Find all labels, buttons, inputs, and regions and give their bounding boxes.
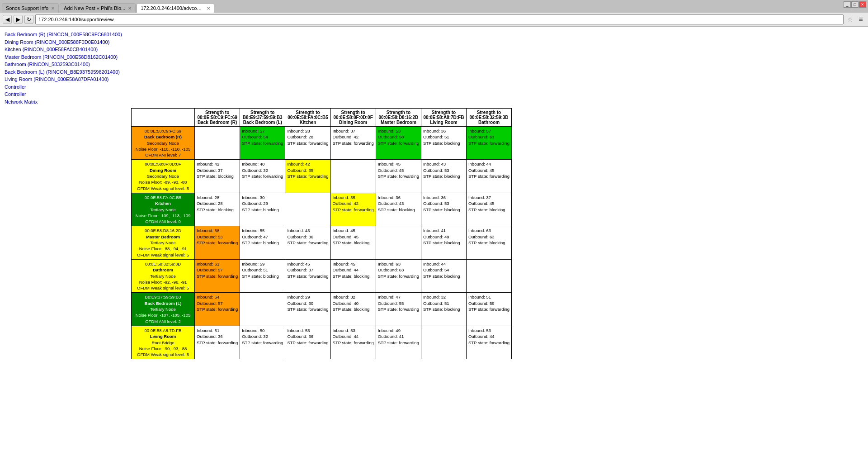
matrix-cell: Inbound: 45Outbound: 45STP state: forwar… xyxy=(376,160,421,193)
tab-close-icon[interactable]: ✕ xyxy=(128,6,132,11)
table-row: 00:0E:58:D8:16:2DMaster BedroomTertiary … xyxy=(132,226,512,259)
matrix-cell: Inbound: 45Outbound: 44STP state: blocki… xyxy=(330,259,376,292)
tab-label: Sonos Support Info xyxy=(6,5,48,11)
matrix-table: Strength to00:0E:58:C9:FC:69Back Bedroom… xyxy=(131,108,512,359)
matrix-cell: Inbound: 59Outbound: 51STP state: blocki… xyxy=(240,259,285,292)
nav-link-controller-1[interactable]: Controller xyxy=(5,83,863,91)
tab-support[interactable]: 172.20.0.246:1400/advconi... ✕ xyxy=(137,3,214,13)
matrix-cell: Inbound: 51Outbound: 59STP state: forwar… xyxy=(466,293,511,326)
nav-link-master-bedroom[interactable]: Master Bedroom (RINCON_000E58D8162C01400… xyxy=(5,53,863,61)
table-row: B8:E9:37:59:59:B3Back Bedroom (L)Tertiar… xyxy=(132,293,512,326)
matrix-cell: Inbound: 42Outbound: 37STP state: blocki… xyxy=(195,160,240,193)
nav-link-network-matrix[interactable]: Network Matrix xyxy=(5,98,863,106)
matrix-cell: Inbound: 36Outbound: 53STP state: blocki… xyxy=(421,193,466,226)
matrix-cell: Inbound: 61Outbound: 57STP state: forwar… xyxy=(195,259,240,292)
matrix-cell: Inbound: 43Outbound: 53STP state: blocki… xyxy=(421,160,466,193)
reload-button[interactable]: ↻ xyxy=(24,15,33,24)
row-header: 00:0E:58:A8:7D:FBLiving RoomRoot BridgeN… xyxy=(132,326,195,359)
matrix-cell: Inbound: 43Outbound: 36STP state: forwar… xyxy=(285,226,330,259)
row-header: 00:0E:58:D8:16:2DMaster BedroomTertiary … xyxy=(132,226,195,259)
row-header: B8:E9:37:59:59:B3Back Bedroom (L)Tertiar… xyxy=(132,293,195,326)
matrix-cell xyxy=(466,259,511,292)
matrix-cell: Inbound: 37Outbound: 45STP state: blocki… xyxy=(466,193,511,226)
tab-label: 172.20.0.246:1400/advconi... xyxy=(141,5,204,11)
nav-link-bathroom[interactable]: Bathroom (RINCON_5832593C01400) xyxy=(5,61,863,68)
bookmark-icon[interactable]: ☆ xyxy=(845,15,854,24)
col-header: Strength to00:0E:58:32:59:3DBathroom xyxy=(466,109,511,127)
matrix-cell: Inbound: 50Outbound: 32STP state: forwar… xyxy=(240,326,285,359)
matrix-cell: Inbound: 42Outbound: 35STP state: forwar… xyxy=(285,160,330,193)
tab-close-icon[interactable]: ✕ xyxy=(51,6,55,11)
nav-link-kitchen[interactable]: Kitchen (RINCON_000E58FA0CB401400) xyxy=(5,46,863,53)
row-header: 00:0E:58:32:59:3DBathroomTertiary NodeNo… xyxy=(132,259,195,292)
matrix-cell: Inbound: 58Outbound: 53STP state: forwar… xyxy=(195,226,240,259)
matrix-cell xyxy=(330,160,376,193)
col-header: Strength toB8:E9:37:59:59:B3Back Bedroom… xyxy=(240,109,285,127)
network-matrix: Strength to00:0E:58:C9:FC:69Back Bedroom… xyxy=(5,108,863,359)
row-header: 00:0E:58:8F:0D:0FDining RoomSecondary No… xyxy=(132,160,195,193)
matrix-cell: Inbound: 32Outbound: 40STP state: blocki… xyxy=(330,293,376,326)
matrix-cell: Inbound: 28Outbound: 28STP state: blocki… xyxy=(195,193,240,226)
nav-link-back-bedroom-l[interactable]: Back Bedroom (L) (RINCON_B8E937595982014… xyxy=(5,68,863,76)
matrix-cell: Inbound: 51Outbound: 36STP state: forwar… xyxy=(195,326,240,359)
matrix-cell xyxy=(195,127,240,160)
col-header: Strength to00:0E:58:C9:FC:69Back Bedroom… xyxy=(195,109,240,127)
matrix-cell: Inbound: 53Outbound: 58STP state: forwar… xyxy=(376,127,421,160)
matrix-cell xyxy=(285,193,330,226)
matrix-cell: Inbound: 53Outbound: 36STP state: forwar… xyxy=(285,326,330,359)
window-maximize-button[interactable]: □ xyxy=(851,1,859,8)
matrix-cell xyxy=(240,293,285,326)
matrix-cell: Inbound: 49Outbound: 41STP state: forwar… xyxy=(376,326,421,359)
matrix-cell: Inbound: 37Outbound: 42STP state: forwar… xyxy=(330,127,376,160)
matrix-cell: Inbound: 36Outbound: 43STP state: blocki… xyxy=(376,193,421,226)
matrix-cell: Inbound: 45Outbound: 45STP state: blocki… xyxy=(330,226,376,259)
matrix-cell: Inbound: 54Outbound: 57STP state: forwar… xyxy=(195,293,240,326)
matrix-cell: Inbound: 28Outbound: 28STP state: forwar… xyxy=(285,127,330,160)
col-header: Strength to00:0E:58:A8:7D:FBLiving Room xyxy=(421,109,466,127)
browser-menu-icon[interactable]: ≡ xyxy=(856,15,865,24)
table-row: 00:0E:58:A8:7D:FBLiving RoomRoot BridgeN… xyxy=(132,326,512,359)
row-header: 00:0E:58:FA:0C:B5KitchenTertiary NodeNoi… xyxy=(132,193,195,226)
matrix-cell: Inbound: 44Outbound: 54STP state: blocki… xyxy=(421,259,466,292)
matrix-cell: Inbound: 32Outbound: 51STP state: blocki… xyxy=(421,293,466,326)
matrix-cell xyxy=(421,326,466,359)
matrix-cell: Inbound: 36Outbound: 51STP state: blocki… xyxy=(421,127,466,160)
matrix-cell: Inbound: 53Outbound: 44STP state: forwar… xyxy=(330,326,376,359)
url-bar[interactable] xyxy=(35,14,844,24)
col-header: Strength to00:0E:58:8F:0D:0FDining Room xyxy=(330,109,376,127)
table-row: 00:0E:58:C9:FC:69Back Bedroom (R)Seconda… xyxy=(132,127,512,160)
matrix-cell: Inbound: 63Outbound: 63STP state: forwar… xyxy=(376,259,421,292)
col-header: Strength to00:0E:58:FA:0C:B5Kitchen xyxy=(285,109,330,127)
nav-link-back-bedroom-r[interactable]: Back Bedroom (R) (RINCON_000E58C9FC68014… xyxy=(5,31,863,38)
nav-link-living-room[interactable]: Living Room (RINCON_000E58A87DFA01400) xyxy=(5,76,863,83)
matrix-cell: Inbound: 47Outbound: 55STP state: forwar… xyxy=(376,293,421,326)
matrix-cell: Inbound: 45Outbound: 37STP state: forwar… xyxy=(285,259,330,292)
forward-button[interactable]: ▶ xyxy=(14,15,23,24)
matrix-cell: Inbound: 35Outbound: 42STP state: forwar… xyxy=(330,193,376,226)
matrix-cell: Inbound: 29Outbound: 30STP state: forwar… xyxy=(285,293,330,326)
matrix-cell: Inbound: 30Outbound: 29STP state: blocki… xyxy=(240,193,285,226)
matrix-cell: Inbound: 55Outbound: 47STP state: blocki… xyxy=(240,226,285,259)
col-header: Strength to00:0E:58:D8:16:2DMaster Bedro… xyxy=(376,109,421,127)
nav-links: Back Bedroom (R) (RINCON_000E58C9FC68014… xyxy=(5,31,863,105)
matrix-cell: Inbound: 53Outbound: 44STP state: forwar… xyxy=(466,326,511,359)
table-row: 00:0E:58:32:59:3DBathroomTertiary NodeNo… xyxy=(132,259,512,292)
matrix-cell xyxy=(376,226,421,259)
back-button[interactable]: ◀ xyxy=(3,15,12,24)
row-header: 00:0E:58:C9:FC:69Back Bedroom (R)Seconda… xyxy=(132,127,195,160)
table-row: 00:0E:58:8F:0D:0FDining RoomSecondary No… xyxy=(132,160,512,193)
nav-link-controller-2[interactable]: Controller xyxy=(5,90,863,98)
window-close-button[interactable]: ✕ xyxy=(859,1,866,8)
tab-close-icon[interactable]: ✕ xyxy=(207,6,210,11)
tab-label: Add New Post « Phil's Blo... xyxy=(64,5,125,11)
tab-sonos[interactable]: Sonos Support Info ✕ xyxy=(2,3,59,13)
matrix-cell: Inbound: 40Outbound: 32STP state: forwar… xyxy=(240,160,285,193)
matrix-cell: Inbound: 57Outbound: 54STP state: forwar… xyxy=(240,127,285,160)
tab-blog[interactable]: Add New Post « Phil's Blo... ✕ xyxy=(60,3,136,13)
matrix-corner-header xyxy=(132,109,195,127)
matrix-cell: Inbound: 57Outbound: 61STP state: forwar… xyxy=(466,127,511,160)
matrix-cell: Inbound: 44Outbound: 45STP state: forwar… xyxy=(466,160,511,193)
matrix-cell: Inbound: 63Outbound: 63STP state: blocki… xyxy=(466,226,511,259)
nav-link-dining-room[interactable]: Dining Room (RINCON_000E588F0D0E01400) xyxy=(5,38,863,46)
window-minimize-button[interactable]: _ xyxy=(844,1,851,8)
